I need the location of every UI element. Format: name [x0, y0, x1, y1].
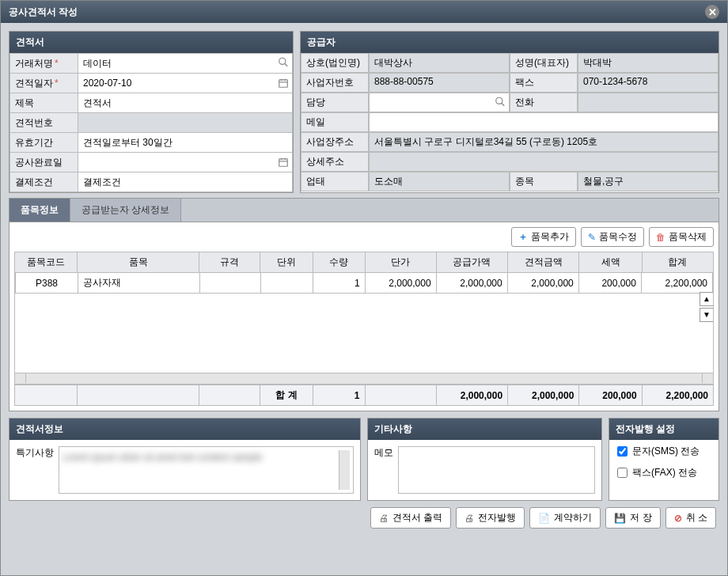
field-address: 서울특별시 구로구 디지털로34길 55 (구로동) 1205호 — [369, 132, 719, 152]
move-down-button[interactable]: ▼ — [700, 308, 714, 322]
einvoice-panel: 전자발행 설정 문자(SMS) 전송 팩스(FAX) 전송 — [609, 418, 719, 501]
cancel-button[interactable]: ⊘ 취 소 — [665, 507, 716, 529]
total-supply: 2,000,000 — [436, 385, 507, 406]
search-icon[interactable] — [278, 57, 289, 70]
tab-recipient-detail[interactable]: 공급받는자 상세정보 — [70, 199, 181, 222]
etc-panel: 기타사항 메모 — [367, 418, 602, 501]
label-bizno: 사업자번호 — [301, 73, 369, 93]
field-phone — [578, 93, 719, 112]
label-memo: 메모 — [374, 446, 393, 494]
vertical-scrollbar[interactable] — [339, 450, 350, 490]
label-fax: 팩스 — [510, 73, 578, 93]
svg-line-1 — [285, 63, 288, 66]
items-toolbar: ＋품목추가 ✎품목수정 🗑품목삭제 — [14, 227, 714, 247]
field-biztype: 도소매 — [369, 172, 510, 191]
pencil-icon: ✎ — [588, 232, 596, 243]
field-fax: 070-1234-5678 — [578, 73, 719, 93]
cell-name: 공사자재 — [78, 273, 200, 294]
window-title: 공사견적서 작성 — [9, 1, 78, 23]
save-button[interactable]: 💾 저 장 — [605, 507, 660, 529]
close-icon[interactable]: ✕ — [705, 5, 719, 19]
special-notes-content[interactable]: Lorem ipsum dolor sit amet text content … — [63, 450, 339, 490]
scroll-left-icon[interactable] — [15, 373, 26, 383]
th-code[interactable]: 품목코드 — [15, 252, 78, 273]
client-input[interactable] — [83, 58, 287, 69]
th-estamt[interactable]: 견적금액 — [508, 252, 579, 273]
tab-items[interactable]: 품목정보 — [9, 199, 70, 222]
cell-price: 2,000,000 — [365, 273, 436, 294]
th-tax[interactable]: 세액 — [579, 252, 642, 273]
contract-button[interactable]: 📄 계약하기 — [529, 507, 601, 529]
svg-point-10 — [496, 97, 502, 104]
th-price[interactable]: 단가 — [365, 252, 436, 273]
calendar-icon[interactable] — [278, 157, 289, 168]
th-unit[interactable]: 단위 — [260, 252, 313, 273]
scroll-right-icon[interactable] — [702, 373, 713, 383]
quote-panel: 견적서 거래처명* 견적일자* — [9, 31, 294, 193]
th-spec[interactable]: 규격 — [199, 252, 260, 273]
quote-info-header: 견적서정보 — [9, 419, 360, 440]
th-supply[interactable]: 공급가액 — [436, 252, 507, 273]
label-payment: 결제조건 — [10, 172, 78, 192]
label-address: 사업장주소 — [301, 132, 369, 152]
total-estamt: 2,000,000 — [508, 385, 579, 406]
label-contact: 담당 — [301, 93, 369, 112]
totals-row: 합 계 1 2,000,000 2,000,000 200,000 2,200,… — [15, 385, 714, 406]
table-row[interactable]: P388 공사자재 1 2,000,000 2,000,000 2,000,00… — [16, 273, 713, 294]
label-client: 거래처명 — [15, 58, 53, 69]
etc-header: 기타사항 — [368, 419, 601, 440]
sms-checkbox[interactable] — [617, 446, 628, 457]
cell-supply: 2,000,000 — [436, 273, 507, 294]
label-biztype: 업태 — [301, 172, 369, 191]
svg-line-11 — [502, 103, 505, 106]
cancel-icon: ⊘ — [674, 513, 682, 524]
label-special-notes: 특기사항 — [16, 446, 54, 494]
svg-point-0 — [279, 58, 286, 64]
cell-estamt: 2,000,000 — [507, 273, 578, 294]
cell-total: 2,200,000 — [641, 273, 712, 294]
payment-input[interactable] — [83, 176, 287, 188]
edit-item-button[interactable]: ✎품목수정 — [581, 227, 644, 247]
field-bizno: 888-88-00575 — [369, 73, 510, 93]
complete-input[interactable] — [83, 157, 287, 168]
label-sms: 문자(SMS) 전송 — [632, 445, 700, 458]
document-icon: 📄 — [538, 513, 550, 524]
th-name[interactable]: 품목 — [78, 252, 199, 273]
valid-input[interactable] — [83, 137, 287, 148]
label-complete: 공사완료일 — [10, 153, 78, 172]
date-input[interactable] — [83, 78, 287, 89]
contact-input[interactable] — [374, 96, 504, 107]
row-reorder: ▲ ▼ — [700, 292, 714, 322]
th-total[interactable]: 합계 — [642, 252, 713, 273]
field-bizitem: 철물,공구 — [578, 172, 719, 191]
cell-unit — [260, 273, 313, 294]
memo-input[interactable] — [398, 446, 595, 494]
total-tax: 200,000 — [579, 385, 642, 406]
calendar-icon[interactable] — [278, 78, 289, 89]
label-addressdetail: 상세주소 — [301, 152, 369, 172]
field-ceo: 박대박 — [578, 53, 719, 73]
svg-rect-6 — [279, 159, 288, 166]
required-mark: * — [55, 78, 59, 89]
label-fax-send: 팩스(FAX) 전송 — [632, 466, 697, 479]
window: 공사견적서 작성 ✕ 견적서 거래처명* — [0, 0, 728, 576]
field-addressdetail — [369, 152, 719, 172]
fax-checkbox[interactable] — [617, 468, 628, 478]
move-up-button[interactable]: ▲ — [700, 292, 714, 306]
title-input[interactable] — [83, 97, 287, 108]
action-bar: 🖨 견적서 출력 🖨 전자발행 📄 계약하기 💾 저 장 ⊘ 취 소 — [9, 507, 719, 529]
th-qty[interactable]: 수량 — [313, 252, 365, 273]
label-ceo: 성명(대표자) — [510, 53, 578, 73]
delete-item-button[interactable]: 🗑품목삭제 — [649, 227, 714, 247]
search-icon[interactable] — [495, 96, 506, 109]
save-icon: 💾 — [614, 513, 626, 524]
mail-input[interactable] — [374, 116, 713, 127]
content-area: 견적서 거래처명* 견적일자* — [1, 23, 727, 536]
cell-spec — [199, 273, 260, 294]
issue-button[interactable]: 🖨 전자발행 — [456, 507, 525, 529]
label-date: 견적일자 — [15, 78, 53, 89]
total-label: 합 계 — [260, 385, 313, 406]
print-button[interactable]: 🖨 견적서 출력 — [370, 507, 451, 529]
horizontal-scrollbar[interactable] — [14, 373, 714, 385]
add-item-button[interactable]: ＋품목추가 — [511, 227, 576, 247]
